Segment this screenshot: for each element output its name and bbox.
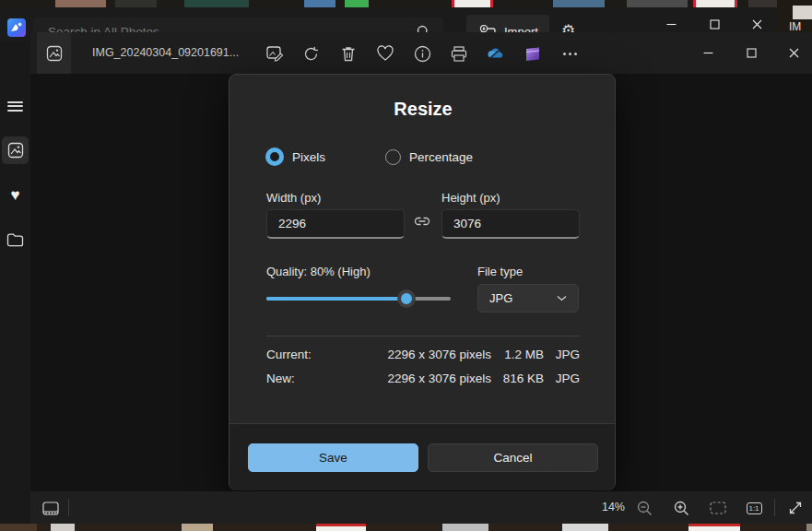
zoom-level: 14% [602, 491, 625, 524]
background-gallery-strip [0, 0, 812, 7]
zoom-in-button[interactable] [671, 498, 691, 518]
heart-outline-icon [376, 45, 394, 62]
chevron-down-icon [557, 295, 567, 301]
file-type-value: JPG [489, 291, 512, 305]
sidebar-item-favorites[interactable]: ♥ [0, 182, 30, 209]
rotate-icon [302, 44, 321, 63]
onedrive-status-button[interactable] [486, 43, 506, 64]
new-label: New: [266, 372, 295, 385]
filmstrip-icon [42, 502, 59, 515]
resize-dialog: Resize Pixels Percentage Width (px) Heig… [229, 74, 616, 490]
fit-to-window-button[interactable] [708, 498, 728, 518]
screen: Import ⚙ IM ♥ [0, 0, 812, 531]
background-thumbnail [793, 6, 812, 19]
fit-to-window-icon [710, 502, 726, 514]
viewer-bottom-bar: 14% [30, 491, 812, 524]
filmstrip-toggle-button[interactable] [41, 498, 61, 518]
print-button[interactable] [449, 43, 469, 64]
radio-pixels-label: Pixels [292, 150, 325, 164]
file-type-label: File type [477, 265, 523, 278]
delete-button[interactable] [338, 43, 359, 64]
radio-percentage-label: Percentage [409, 150, 473, 164]
print-icon [450, 45, 468, 63]
ellipsis-icon [563, 53, 577, 55]
fullscreen-button[interactable] [785, 498, 806, 518]
new-size: 816 KB [499, 372, 544, 385]
viewer-close-button[interactable] [772, 36, 812, 70]
new-dimensions: 2296 x 3076 pixels [368, 372, 491, 385]
divider [68, 499, 69, 516]
zoom-out-button[interactable] [634, 498, 654, 518]
photos-app-logo [7, 18, 26, 37]
sidebar-item-all-photos[interactable] [0, 136, 30, 164]
designer-icon [524, 45, 541, 62]
gallery-back-tab[interactable] [37, 32, 71, 74]
summary-new-row: New: 2296 x 3076 pixels 816 KB JPG [229, 372, 617, 390]
onedrive-offline-icon [486, 45, 506, 62]
favorite-button[interactable] [375, 43, 395, 64]
link-dimensions-icon[interactable] [414, 216, 430, 227]
radio-unselected-icon [385, 149, 401, 165]
height-label: Height (px) [441, 191, 500, 205]
image-icon [46, 45, 63, 62]
current-size: 1.2 MB [499, 348, 544, 361]
viewer-minimize-button[interactable] [687, 36, 729, 70]
menu-hamburger-icon[interactable] [0, 92, 30, 120]
viewer-maximize-button[interactable] [730, 36, 772, 70]
radio-pixels[interactable]: Pixels [265, 147, 325, 167]
zoom-out-icon [637, 501, 653, 516]
info-icon [414, 45, 431, 63]
edit-image-icon [265, 44, 284, 63]
background-partial-filename: IM [789, 20, 801, 33]
dialog-footer: Save Cancel [229, 423, 615, 490]
new-format: JPG [555, 372, 580, 385]
quality-slider-fill [266, 297, 406, 301]
save-button[interactable]: Save [248, 443, 418, 472]
divider [774, 499, 775, 516]
fullscreen-icon [788, 501, 803, 515]
cancel-button[interactable]: Cancel [428, 443, 598, 472]
current-dimensions: 2296 x 3076 pixels [368, 348, 491, 361]
viewer-filename: IMG_20240304_09201691... [92, 32, 239, 74]
filmstrip-thumbnails[interactable] [0, 524, 812, 531]
radio-selected-icon [265, 148, 284, 166]
edit-image-button[interactable] [265, 43, 285, 64]
width-label: Width (px) [266, 191, 321, 205]
one-to-one-icon: 1:1 [747, 502, 762, 514]
rotate-button[interactable] [301, 43, 322, 64]
height-input[interactable] [441, 209, 580, 239]
viewer-window: IMG_20240304_09201691... [30, 32, 812, 531]
radio-percentage[interactable]: Percentage [385, 147, 473, 167]
more-options-button[interactable] [559, 43, 580, 64]
zoom-in-icon [674, 501, 689, 516]
dialog-title: Resize [229, 99, 617, 120]
quality-label: Quality: 80% (High) [266, 265, 371, 278]
current-format: JPG [555, 348, 580, 361]
folder-icon [6, 233, 24, 247]
sidebar: ♥ [0, 41, 30, 531]
quality-slider-thumb[interactable] [397, 289, 416, 308]
heart-filled-icon: ♥ [10, 186, 19, 205]
current-label: Current: [266, 348, 312, 361]
sidebar-item-folders[interactable] [0, 226, 30, 254]
file-type-dropdown[interactable]: JPG [477, 284, 579, 313]
divider [266, 336, 580, 336]
trash-icon [340, 45, 357, 63]
width-input[interactable] [266, 209, 405, 239]
actual-size-button[interactable]: 1:1 [744, 498, 764, 518]
viewer-titlebar: IMG_20240304_09201691... [30, 32, 812, 74]
all-photos-icon [7, 142, 24, 159]
designer-button[interactable] [523, 43, 543, 64]
info-button[interactable] [412, 43, 432, 64]
summary-current-row: Current: 2296 x 3076 pixels 1.2 MB JPG [229, 348, 617, 366]
